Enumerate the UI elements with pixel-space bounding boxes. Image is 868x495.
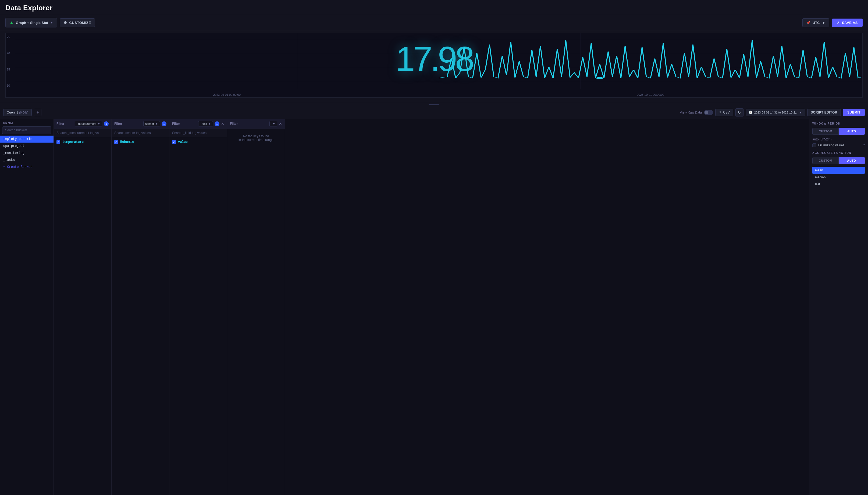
graph-type-label: Graph + Single Stat	[16, 21, 48, 25]
filter-header-right-2: sensor ▼ 1	[143, 121, 166, 126]
filter-search-measurement[interactable]	[54, 129, 111, 137]
filter-type-label-1: _measurement	[77, 122, 96, 125]
filter-checkbox-value: ✓	[172, 140, 176, 144]
bucket-item-teploty[interactable]: teploty-bohumin	[0, 136, 54, 142]
aggregate-function-list: mean median last	[812, 167, 865, 188]
filter-search-sensor[interactable]	[111, 129, 169, 137]
time-range-label: 2023-08-01 14:31 to 2023-10-2...	[754, 111, 798, 114]
agg-item-mean[interactable]: mean	[812, 167, 865, 174]
fill-missing-checkbox[interactable]	[812, 143, 816, 147]
agg-item-median[interactable]: median	[812, 174, 865, 181]
query-toolbar: Query 1 (0.04s) + View Raw Data ⬇ CSV ↻ …	[0, 106, 868, 119]
filter-type-label-3: _field	[200, 122, 207, 125]
y-label-10: 10	[7, 84, 14, 87]
window-period-auto[interactable]: AUTO	[839, 128, 865, 135]
filter-value-text-temperature: temperature	[63, 140, 84, 144]
script-editor-button[interactable]: SCRIPT EDITOR	[807, 109, 841, 116]
aggregate-section: AGGREGATE FUNCTION CUSTOM AUTO mean medi…	[812, 152, 865, 188]
refresh-button[interactable]: ↻	[736, 108, 744, 117]
y-label-20: 20	[7, 52, 14, 55]
bucket-search-input[interactable]	[2, 126, 51, 134]
bucket-item-tasks[interactable]: _tasks	[0, 157, 54, 164]
bucket-item-upa[interactable]: upa-project	[0, 142, 54, 150]
filter-value-value[interactable]: ✓ value	[170, 139, 227, 145]
filter-label-empty: Filter	[230, 122, 238, 126]
filter-panel-empty: Filter ▼ ✕ No tag keys found in the curr…	[227, 119, 285, 495]
window-period-custom[interactable]: CUSTOM	[812, 128, 839, 135]
filter-header-measurement: Filter _measurement ▼ 1	[54, 119, 111, 129]
help-icon[interactable]: ?	[863, 143, 865, 147]
add-query-button[interactable]: +	[34, 109, 41, 116]
from-label: FROM	[0, 119, 54, 126]
query-tab-time: (0.04s)	[19, 111, 28, 114]
x-label-sep: 2023-09-01 00:00:00	[213, 93, 241, 96]
filter-type-select-3[interactable]: _field ▼	[198, 121, 213, 126]
filter-type-arrow-4: ▼	[272, 122, 276, 125]
filter-header-right-1: _measurement ▼ 1	[75, 121, 109, 126]
no-tag-keys-message: No tag keys found in the current time ra…	[227, 129, 285, 147]
filter-header-right-3: _field ▼ 1 ✕	[198, 121, 224, 126]
window-custom-label: CUSTOM	[819, 130, 832, 133]
query-section: Query 1 (0.04s) + View Raw Data ⬇ CSV ↻ …	[0, 106, 868, 495]
refresh-icon: ↻	[738, 110, 741, 115]
filter-badge-1: 1	[104, 121, 109, 126]
filter-header-field: Filter _field ▼ 1 ✕	[170, 119, 227, 129]
filter-type-arrow-1: ▼	[98, 122, 100, 125]
chart-dot	[597, 77, 603, 79]
graph-type-button[interactable]: ▲ Graph + Single Stat ▼	[5, 18, 57, 28]
filter-header-empty: Filter ▼ ✕	[227, 119, 285, 129]
y-label-25: 25	[7, 35, 14, 39]
save-as-button[interactable]: ↗ SAVE AS	[832, 19, 863, 27]
filter-values-measurement: ✓ temperature	[54, 137, 111, 495]
aggregate-auto[interactable]: AUTO	[839, 157, 865, 164]
filter-checkbox-bohumin: ✓	[114, 140, 118, 144]
query-tab[interactable]: Query 1 (0.04s)	[3, 109, 32, 116]
time-range-arrow-icon: ▼	[799, 111, 802, 114]
close-filter-button-3[interactable]: ✕	[221, 122, 224, 126]
no-tag-keys-line2: in the current time range	[230, 138, 282, 142]
aggregate-function-group: CUSTOM AUTO	[812, 157, 865, 164]
dropdown-arrow-icon: ▼	[50, 21, 53, 24]
filter-panel-field: Filter _field ▼ 1 ✕ ✓ value	[170, 119, 227, 495]
filter-value-temperature[interactable]: ✓ temperature	[54, 139, 111, 145]
fill-missing-row: Fill missing values ?	[812, 143, 865, 147]
drag-handle[interactable]	[0, 103, 868, 106]
utc-dropdown-icon: ▼	[822, 21, 826, 25]
right-sidebar: WINDOW PERIOD CUSTOM AUTO auto (5h52m) F…	[809, 119, 868, 495]
view-raw-toggle[interactable]	[704, 110, 713, 115]
gear-icon: ⚙	[64, 21, 67, 25]
save-label: SAVE AS	[842, 21, 858, 25]
aggregate-function-label: AGGREGATE FUNCTION	[812, 152, 865, 154]
bucket-item-monitoring[interactable]: _monitoring	[0, 150, 54, 157]
csv-button[interactable]: ⬇ CSV	[715, 109, 733, 116]
clock-icon: 🕐	[749, 110, 752, 114]
from-panel: FROM teploty-bohumin upa-project _monito…	[0, 119, 54, 495]
filter-type-select-1[interactable]: _measurement ▼	[75, 121, 102, 126]
utc-button[interactable]: 📌 UTC ▼	[802, 18, 830, 27]
window-period-label: WINDOW PERIOD	[812, 122, 865, 125]
filter-type-select-4[interactable]: ▼	[269, 121, 277, 126]
auto-period-value: auto (5h52m)	[812, 137, 865, 141]
aggregate-custom[interactable]: CUSTOM	[812, 157, 839, 164]
agg-mean-label: mean	[815, 168, 823, 172]
filter-type-arrow-3: ▼	[208, 122, 211, 125]
filter-value-bohumin[interactable]: ✓ Bohumin	[111, 139, 169, 145]
big-number-display: 17.98	[395, 39, 472, 79]
filter-label-field: Filter	[172, 122, 180, 126]
filter-panel-sensor: Filter sensor ▼ 1 ✓ Bohumin	[111, 119, 170, 495]
close-filter-button-4[interactable]: ✕	[279, 122, 282, 126]
filter-header-sensor: Filter sensor ▼ 1	[111, 119, 169, 129]
time-range-button[interactable]: 🕐 2023-08-01 14:31 to 2023-10-2... ▼	[746, 109, 805, 116]
csv-label: CSV	[723, 110, 730, 114]
chart-icon: ▲	[10, 20, 14, 25]
create-bucket-item[interactable]: + Create Bucket	[0, 164, 54, 171]
customize-button[interactable]: ⚙ CUSTOMIZE	[60, 18, 95, 27]
drag-handle-bar	[429, 104, 439, 105]
chart-x-labels: 2023-09-01 00:00:00 2023-10-01 00:00:00	[15, 93, 862, 96]
utc-label: UTC	[813, 21, 820, 25]
filter-type-select-2[interactable]: sensor ▼	[143, 121, 160, 126]
submit-button[interactable]: SUBMIT	[843, 109, 865, 116]
filter-search-field[interactable]	[170, 129, 227, 137]
agg-item-last[interactable]: last	[812, 181, 865, 188]
filter-header-right-4: ▼ ✕	[269, 121, 282, 126]
